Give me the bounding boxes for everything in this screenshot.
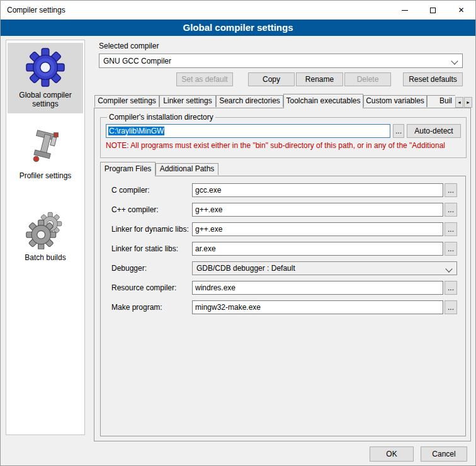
delete-button[interactable]: Delete	[344, 72, 391, 86]
debugger-select[interactable]: GDB/CDB debugger : Default	[192, 261, 457, 275]
cpp-compiler-browse-button[interactable]: ...	[445, 203, 457, 217]
sidebar-item-label: Global compiler settings	[8, 89, 83, 111]
cpp-compiler-label: C++ compiler:	[111, 203, 159, 217]
chevron-down-icon	[445, 265, 452, 272]
sidebar-item-global-compiler-settings[interactable]: Global compiler settings	[8, 43, 83, 113]
profiler-icon	[8, 126, 83, 170]
bin-subdirectory-note: NOTE: All programs must exist either in …	[106, 141, 461, 150]
sidebar: Global compiler settings Profiler settin…	[6, 40, 85, 435]
debugger-label: Debugger:	[111, 261, 147, 275]
settings-tabstrip: Compiler settings Linker settings Search…	[94, 94, 455, 108]
cpp-compiler-input[interactable]	[192, 203, 443, 217]
sidebar-item-batch-builds[interactable]: Batch builds	[8, 205, 83, 267]
tab-scroll-right-button[interactable]: ►	[464, 97, 472, 108]
sidebar-item-label: Profiler settings	[8, 170, 83, 183]
rename-button[interactable]: Rename	[296, 72, 343, 86]
resource-compiler-input[interactable]	[192, 281, 443, 295]
sidebar-item-profiler-settings[interactable]: Profiler settings	[8, 123, 83, 185]
ok-button[interactable]: OK	[370, 446, 414, 462]
linker-static-browse-button[interactable]: ...	[445, 242, 457, 256]
minimize-button[interactable]	[390, 1, 419, 20]
copy-button[interactable]: Copy	[248, 72, 295, 86]
tab-linker-settings[interactable]: Linker settings	[159, 95, 216, 107]
window-title: Compiler settings	[7, 6, 65, 14]
resource-compiler-label: Resource compiler:	[111, 281, 176, 295]
linker-dynamic-browse-button[interactable]: ...	[445, 222, 457, 236]
tab-toolchain-executables[interactable]: Toolchain executables	[283, 94, 363, 108]
tab-build-truncated[interactable]: Buil	[427, 95, 455, 107]
linker-static-label: Linker for static libs:	[111, 242, 178, 256]
installation-directory-group: Compiler's installation directory C:\ray…	[100, 113, 467, 158]
installation-directory-row: C:\raylib\MinGW ... Auto-detect	[106, 124, 461, 138]
tab-compiler-settings[interactable]: Compiler settings	[94, 95, 159, 107]
compiler-select[interactable]: GNU GCC Compiler	[99, 54, 463, 68]
selected-compiler-label: Selected compiler	[99, 41, 159, 51]
installation-directory-browse-button[interactable]: ...	[393, 124, 404, 138]
c-compiler-input[interactable]	[192, 183, 443, 197]
make-program-input[interactable]	[192, 300, 443, 314]
global-compiler-gear-icon	[8, 45, 83, 89]
dialog-title-banner: Global compiler settings	[1, 20, 475, 36]
tab-custom-variables[interactable]: Custom variables	[363, 95, 427, 107]
caption-buttons: ✕	[390, 1, 475, 20]
c-compiler-browse-button[interactable]: ...	[445, 183, 457, 197]
linker-static-input[interactable]	[192, 242, 443, 256]
tab-program-files[interactable]: Program Files	[100, 162, 156, 176]
program-files-tabstrip: Program Files Additional Paths	[100, 162, 218, 176]
compiler-select-value: GNU GCC Compiler	[103, 57, 171, 65]
selected-text: C:\raylib\MinGW	[108, 127, 164, 135]
compiler-actions: Set as default Copy Rename Delete Reset …	[99, 72, 463, 86]
installation-directory-legend: Compiler's installation directory	[107, 113, 215, 122]
cancel-button[interactable]: Cancel	[421, 446, 467, 462]
set-as-default-button[interactable]: Set as default	[176, 72, 233, 86]
minimize-icon	[402, 10, 408, 11]
tab-additional-paths[interactable]: Additional Paths	[156, 163, 218, 175]
linker-dynamic-label: Linker for dynamic libs:	[111, 222, 189, 236]
compiler-settings-window: Compiler settings ✕ Global compiler sett…	[0, 0, 476, 466]
maximize-button[interactable]	[419, 1, 447, 20]
batch-builds-icon	[8, 208, 83, 252]
c-compiler-label: C compiler:	[111, 183, 150, 197]
chevron-down-icon	[451, 57, 458, 64]
auto-detect-button[interactable]: Auto-detect	[407, 124, 461, 138]
debugger-select-value: GDB/CDB debugger : Default	[196, 264, 295, 273]
linker-dynamic-input[interactable]	[192, 222, 443, 236]
tab-scroll-left-button[interactable]: ◄	[455, 97, 463, 108]
tab-search-directories[interactable]: Search directories	[216, 95, 283, 107]
reset-defaults-button[interactable]: Reset defaults	[403, 72, 463, 86]
maximize-icon	[430, 8, 436, 13]
make-program-browse-button[interactable]: ...	[445, 300, 457, 314]
installation-directory-input[interactable]: C:\raylib\MinGW	[106, 124, 390, 138]
make-program-label: Make program:	[111, 300, 162, 314]
resource-compiler-browse-button[interactable]: ...	[445, 281, 457, 295]
sidebar-item-label: Batch builds	[8, 252, 83, 264]
close-button[interactable]: ✕	[447, 1, 475, 20]
close-icon: ✕	[458, 6, 464, 14]
